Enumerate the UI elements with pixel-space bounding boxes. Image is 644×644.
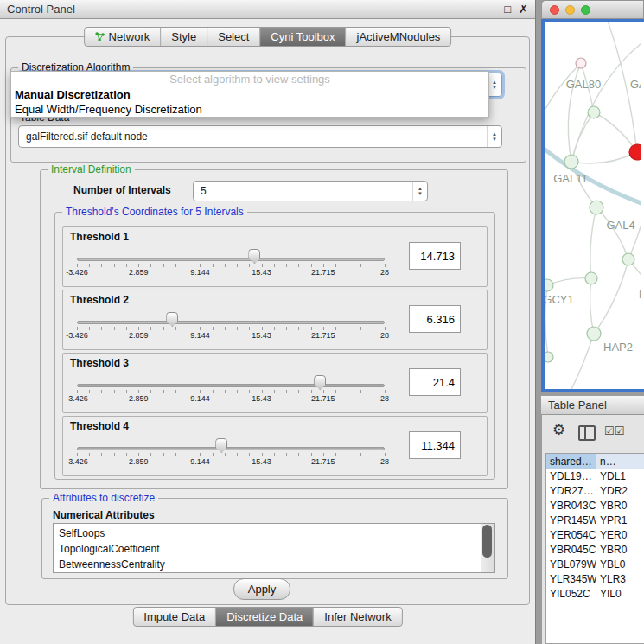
slider-thumb[interactable] [248,249,260,264]
threshold-slider[interactable]: -3.4262.8599.14415.4321.71528 [77,246,386,283]
tab-label: Infer Network [324,610,391,623]
tab-discretize-data[interactable]: Discretize Data [216,608,314,626]
column-header[interactable]: n… [596,454,644,469]
network-node[interactable] [564,155,578,169]
tab-select[interactable]: Select [207,28,260,46]
network-edge[interactable] [596,207,628,259]
tick-label: 9.144 [190,268,210,277]
network-edge[interactable] [628,102,641,259]
slider-track[interactable] [77,258,385,261]
table-row[interactable]: YDL19…YDL1 [546,469,644,484]
tab-cyni-toolbox[interactable]: Cyni Toolbox [260,28,346,46]
threshold-slider[interactable]: -3.4262.8599.14415.4321.71528 [77,436,386,472]
tab-style[interactable]: Style [161,28,207,46]
tab-label: Style [171,30,196,43]
tick-label: 21.715 [311,331,335,340]
slider-thumb[interactable] [166,312,178,327]
table-row[interactable]: YER054CYER0 [546,528,644,543]
tick-label: 15.43 [252,457,271,466]
table-data-combobox[interactable]: galFiltered.sif default node ▲▼ [18,125,502,148]
tab-label: Cyni Toolbox [271,30,335,43]
table-row[interactable]: YBR045CYBR0 [546,543,644,558]
attribute-list-item[interactable]: SelfLoops [59,526,494,541]
tick-label: 28 [380,331,389,340]
close-window-icon[interactable]: ✗ [519,3,528,16]
apply-button[interactable]: Apply [233,578,290,600]
network-node[interactable] [629,144,641,160]
threshold-slider[interactable]: -3.4262.8599.14415.4321.71528 [77,373,386,409]
thresholds-group-title: Threshold's Coordinates for 5 Intervals [62,206,247,218]
network-edge[interactable] [590,278,594,334]
network-edge[interactable] [571,112,594,162]
window-title: Control Panel [7,3,75,16]
slider-track[interactable] [77,447,385,450]
table-cell: YDL1 [596,469,644,484]
network-node[interactable] [545,279,553,291]
tick-label: 28 [380,394,389,403]
node-label: GAL11 [553,172,588,185]
control-panel-titlebar: Control Panel □ ✗ [0,0,535,19]
node-label: GAL80 [566,78,601,91]
attribute-list-item[interactable]: TopologicalCoefficient [59,541,494,557]
tab-impute-data[interactable]: Impute Data [133,608,216,626]
column-header[interactable]: shared… [546,454,596,469]
table-cell: YBL079W [546,558,596,572]
table-row[interactable]: YLR345WYLR3 [546,572,644,587]
network-icon [95,32,105,41]
network-node[interactable] [622,253,634,265]
tab-jactivemnodules[interactable]: jActiveMNodules [347,28,451,46]
table-row[interactable]: YDR27…YDR2 [546,484,644,499]
minimize-traffic-light-icon[interactable] [565,5,575,15]
slider-thumb[interactable] [314,375,326,390]
network-node[interactable] [576,58,586,68]
network-edge[interactable] [594,259,628,334]
slider-track[interactable] [77,321,385,324]
network-node[interactable] [545,352,553,362]
tick-label: -3.426 [66,457,88,466]
algorithm-option-equal-width-frequency-discretization[interactable]: Equal Width/Frequency Discretization [11,102,488,117]
gear-icon[interactable]: ⚙ [552,422,565,439]
close-traffic-light-icon[interactable] [550,5,559,15]
select-columns-checkbox-icons[interactable]: ☑☑ [604,424,624,437]
network-edge[interactable] [590,207,596,278]
threshold-value-field[interactable]: 14.713 [409,242,461,270]
network-edge[interactable] [571,152,637,163]
network-edge[interactable] [547,278,591,285]
number-of-intervals-combobox[interactable]: 5 ▲▼ [193,181,428,201]
attribute-list-item[interactable]: BetweennessCentrality [59,557,494,572]
table-cell: YBR045C [546,543,596,558]
tab-network[interactable]: Network [85,28,162,46]
tick-label: 21.715 [311,394,335,403]
float-window-icon[interactable]: □ [504,3,511,16]
network-node[interactable] [590,201,603,214]
table-cell: YBR0 [596,543,644,558]
network-canvas[interactable]: GAL80GAGAL11GAL4GCY1HAP2H [541,19,644,392]
network-edge[interactable] [569,334,594,389]
table-row[interactable]: YBL079WYBL0 [546,558,644,572]
threshold-value-field[interactable]: 21.4 [409,368,461,396]
algorithm-option-manual-discretization[interactable]: Manual Discretization [11,87,488,102]
table-row[interactable]: YPR145WYPR1 [546,513,644,528]
numerical-attributes-label: Numerical Attributes [53,509,155,521]
network-node[interactable] [585,272,597,284]
network-edge[interactable] [594,112,637,152]
list-scrollbar[interactable] [481,524,494,572]
tab-infer-network[interactable]: Infer Network [314,608,401,626]
zoom-traffic-light-icon[interactable] [581,5,590,15]
network-node[interactable] [588,106,600,118]
node-label: HAP2 [603,341,633,354]
network-node[interactable] [587,327,601,341]
threshold-value-field[interactable]: 6.316 [409,305,461,333]
numerical-attributes-list[interactable]: SelfLoopsTopologicalCoefficientBetweenne… [53,523,495,573]
table-row[interactable]: YIL052CYIL0 [546,587,644,602]
columns-icon[interactable] [578,425,596,441]
node-attribute-table[interactable]: shared…n…YDL19…YDL1YDR27…YDR2YBR043CYBR0… [545,453,644,644]
table-row[interactable]: YBR043CYBR0 [546,499,644,513]
scrollbar-thumb[interactable] [482,525,492,558]
threshold-slider[interactable]: -3.4262.8599.14415.4321.71528 [77,309,386,346]
threshold-panel-1: Threshold 1-3.4262.8599.14415.4321.71528… [62,226,488,287]
slider-track[interactable] [77,384,385,387]
threshold-value-field[interactable]: 11.344 [409,431,461,459]
network-edge[interactable] [545,63,581,128]
slider-thumb[interactable] [215,438,227,453]
